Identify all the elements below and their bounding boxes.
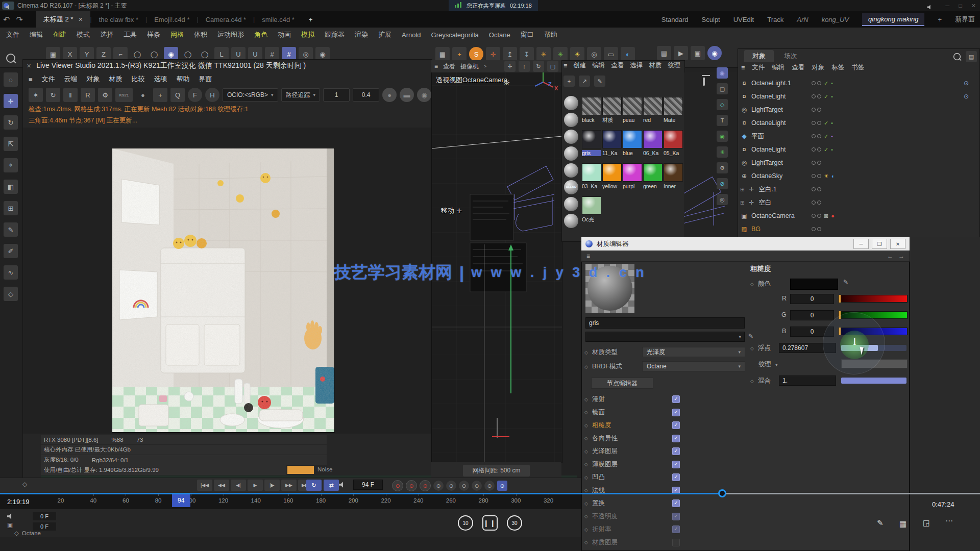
object-row[interactable]: ◆平面✓▪ bbox=[740, 130, 977, 143]
key-selection-button[interactable]: ⊙ bbox=[472, 481, 482, 491]
menu-item[interactable]: 扩展 bbox=[378, 30, 391, 39]
burger-icon[interactable]: ≡ bbox=[586, 253, 590, 260]
sun-toggle-icon[interactable]: ☀ bbox=[824, 173, 829, 180]
channel-checkbox[interactable]: ✓ bbox=[672, 473, 680, 481]
menu-item[interactable]: Arnold bbox=[402, 31, 421, 39]
brdf-combo[interactable]: Octane▾ bbox=[642, 361, 745, 371]
prev-key-button[interactable]: ◀◀ bbox=[214, 480, 229, 491]
menu-item[interactable]: 帮助 bbox=[544, 30, 557, 39]
rectangle-icon[interactable]: ▢ bbox=[717, 83, 728, 94]
keyboard-icon[interactable]: ▦ bbox=[899, 519, 906, 529]
field-icon[interactable]: ◎ bbox=[717, 194, 728, 205]
film-play-icon[interactable]: ▶ bbox=[674, 46, 688, 60]
menu-item[interactable]: 模式 bbox=[77, 30, 90, 39]
material-sphere-icon[interactable] bbox=[564, 197, 578, 211]
record-rotation-button[interactable]: ⊙ bbox=[420, 480, 431, 491]
check-toggle-icon[interactable]: ✓ bbox=[824, 120, 828, 127]
assign-icon[interactable]: ↗ bbox=[579, 76, 590, 87]
close-icon[interactable]: ✕ bbox=[890, 239, 905, 249]
octane-s-icon[interactable]: S bbox=[469, 47, 483, 61]
material-item[interactable]: black bbox=[582, 97, 601, 123]
filter-icon[interactable]: ▤ bbox=[966, 51, 977, 62]
menu-item[interactable]: 网格 bbox=[170, 30, 184, 39]
channel-checkbox[interactable]: ✓ bbox=[672, 435, 680, 442]
material-sphere-icon[interactable] bbox=[564, 214, 578, 228]
record-pla-button[interactable]: ⊙ bbox=[446, 481, 456, 491]
om-tab[interactable]: 对象 bbox=[744, 50, 774, 62]
pingpong-button[interactable]: ⇄ bbox=[324, 480, 339, 491]
menu-item[interactable]: 创建 bbox=[53, 30, 66, 39]
cube-icon[interactable]: ◇ bbox=[717, 99, 728, 110]
tab-layout[interactable]: UVEdit bbox=[733, 16, 754, 23]
go-start-button[interactable]: |◀◀ bbox=[197, 480, 212, 491]
trash-icon[interactable] bbox=[703, 78, 705, 85]
material-sphere-icon[interactable] bbox=[564, 113, 578, 127]
menu-item[interactable]: 选择 bbox=[100, 30, 113, 39]
chevron-down-icon[interactable]: ▾ bbox=[775, 362, 778, 367]
viewport-menu-view[interactable]: 查看 bbox=[443, 62, 455, 71]
region-icon[interactable]: R bbox=[81, 88, 95, 102]
card-icon[interactable]: ▭ bbox=[604, 47, 618, 61]
channel-checkbox[interactable]: ✓ bbox=[672, 447, 680, 455]
video-progress-remaining[interactable] bbox=[722, 493, 980, 494]
gsq-toggle-icon[interactable]: ▪ bbox=[831, 146, 833, 153]
channel-row[interactable]: ◇不透明度✓ bbox=[584, 510, 748, 523]
gsg-plugin-icon[interactable]: ✳ bbox=[536, 47, 551, 61]
mm-menu-item[interactable]: 创建 bbox=[573, 61, 586, 70]
grid-tool-icon[interactable]: ⊞ bbox=[4, 201, 18, 215]
channel-checkbox[interactable]: ✓ bbox=[672, 409, 680, 416]
tab-layout[interactable]: Standard bbox=[662, 16, 689, 23]
video-progress-elapsed[interactable] bbox=[0, 493, 722, 494]
hdri-sun-icon[interactable]: ☀ bbox=[570, 47, 584, 61]
menu-item[interactable]: 体积 bbox=[194, 30, 207, 39]
material-item[interactable]: 05_Ka bbox=[664, 130, 683, 156]
mm-menu-item[interactable]: 纹理 bbox=[668, 61, 680, 70]
lens-circle-icon[interactable]: ◉ bbox=[417, 88, 431, 102]
check-toggle-icon[interactable]: ✓ bbox=[824, 133, 828, 140]
material-item[interactable]: Oc光 bbox=[582, 196, 601, 223]
current-frame-marker[interactable]: 94 bbox=[172, 494, 190, 507]
back-icon[interactable]: ← bbox=[887, 253, 893, 260]
channel-checkbox[interactable]: ✓ bbox=[672, 513, 680, 520]
screen-share-banner[interactable]: 您正在共享屏幕 02:19:18 bbox=[449, 0, 538, 11]
mix-slider[interactable] bbox=[841, 378, 906, 384]
channel-checkbox[interactable]: ✓ bbox=[672, 499, 680, 507]
material-item[interactable]: blue bbox=[623, 130, 642, 156]
mm-menu-item[interactable]: 材质 bbox=[649, 61, 662, 70]
orbit-icon[interactable]: ↻ bbox=[533, 61, 544, 72]
channel-row[interactable]: ◇漫射✓ bbox=[584, 393, 748, 406]
mm-menu-item[interactable]: 编辑 bbox=[592, 61, 605, 70]
object-row[interactable]: ¤OctaneLight.1✓▪⊙ bbox=[740, 77, 977, 90]
annotate-pencil-icon[interactable]: ✎ bbox=[877, 518, 884, 528]
add-box-icon[interactable]: + bbox=[153, 88, 167, 102]
lv-menu-item[interactable]: 选项 bbox=[154, 74, 167, 84]
next-key-button[interactable]: ▶▶ bbox=[281, 480, 297, 491]
menu-item[interactable]: 模拟 bbox=[301, 30, 314, 39]
channel-checkbox[interactable]: ✓ bbox=[672, 461, 680, 468]
tab-document[interactable]: Camera.c4d * bbox=[199, 11, 253, 28]
bar-circle-icon[interactable]: ▬ bbox=[400, 88, 414, 102]
coord-icon[interactable]: ◧ bbox=[4, 180, 18, 194]
tab-layout-active[interactable]: qingkong making bbox=[862, 13, 924, 26]
material-item[interactable]: Mate bbox=[664, 97, 683, 123]
menu-item[interactable]: Greyscalegorilla bbox=[431, 31, 479, 39]
psq-toggle-icon[interactable]: ▪ bbox=[831, 133, 833, 139]
scale-tool-icon[interactable]: ⇱ bbox=[4, 137, 18, 151]
close-icon[interactable]: ✕ bbox=[27, 63, 31, 69]
lv-menu-item[interactable]: 云端 bbox=[64, 74, 78, 84]
channel-row[interactable]: ◇薄膜图层✓ bbox=[584, 458, 748, 471]
tab-layout[interactable]: Sculpt bbox=[702, 16, 720, 23]
eyedropper-icon[interactable]: ✎ bbox=[748, 333, 753, 340]
material-type-combo[interactable]: 光泽度▾ bbox=[642, 347, 745, 357]
balloon-icon[interactable]: ● bbox=[136, 88, 150, 102]
close-icon[interactable]: ✕ bbox=[971, 3, 976, 9]
lock-icon[interactable]: K921 bbox=[115, 88, 133, 102]
material-editor-window-buttons[interactable]: ─❐✕ bbox=[853, 239, 905, 249]
green-plugin-icon[interactable]: ✳ bbox=[553, 47, 568, 61]
mix-value-field[interactable]: 1. bbox=[779, 375, 836, 386]
material-item[interactable]: 11_Ka bbox=[602, 130, 622, 156]
frame-icon[interactable]: ▢ bbox=[547, 61, 558, 72]
tab-layout-new[interactable]: 新界面 bbox=[955, 15, 975, 24]
menu-item[interactable]: 运动图形 bbox=[217, 30, 244, 39]
object-row[interactable]: ◎LightTarget bbox=[740, 156, 977, 169]
